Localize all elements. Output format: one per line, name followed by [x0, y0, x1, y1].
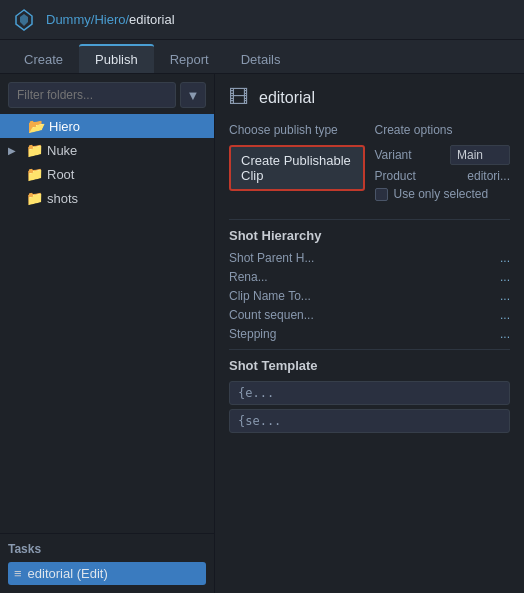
shot-parent-row: Shot Parent H... ... [229, 251, 510, 265]
use-only-selected-checkbox[interactable] [375, 188, 388, 201]
create-options-section: Create options Variant Main Product edit… [375, 123, 511, 211]
task-label: editorial (Edit) [28, 566, 108, 581]
template-item-1: {se... [229, 409, 510, 433]
use-only-selected-row: Use only selected [375, 187, 511, 201]
folder-tree: 📂 Hiero ▶ 📁 Nuke 📁 Root 📁 shots [0, 112, 214, 533]
header: Dummy/Hiero/editorial [0, 0, 524, 40]
shot-parent-label: Shot Parent H... [229, 251, 314, 265]
create-options-label: Create options [375, 123, 511, 137]
count-sequence-label: Count sequen... [229, 308, 314, 322]
folder-icon-nuke: 📁 [26, 142, 43, 158]
stepping-value: ... [500, 327, 510, 341]
panel-title: editorial [259, 89, 315, 107]
tree-expand-nuke: ▶ [8, 145, 22, 156]
tree-label-hiero: Hiero [49, 119, 80, 134]
tab-bar: Create Publish Report Details [0, 40, 524, 74]
filter-bar: ▼ [0, 74, 214, 112]
product-label: Product [375, 169, 416, 183]
count-sequence-row: Count sequen... ... [229, 308, 510, 322]
publish-type-section: Choose publish type Create Publishable C… [229, 123, 365, 203]
tree-item-root[interactable]: 📁 Root [0, 162, 214, 186]
tree-label-root: Root [47, 167, 74, 182]
app-logo [12, 8, 36, 32]
folder-icon-shots: 📁 [26, 190, 43, 206]
rena-value: ... [500, 270, 510, 284]
tab-report[interactable]: Report [154, 46, 225, 73]
tree-label-shots: shots [47, 191, 78, 206]
panel-header: 🎞 editorial [229, 86, 510, 109]
shot-template-title: Shot Template [229, 358, 510, 373]
task-item-editorial[interactable]: ≡ editorial (Edit) [8, 562, 206, 585]
stepping-label: Stepping [229, 327, 276, 341]
tasks-title: Tasks [8, 542, 206, 556]
folder-icon-hiero: 📂 [28, 118, 45, 134]
filter-dropdown-button[interactable]: ▼ [180, 82, 206, 108]
right-panel: 🎞 editorial Choose publish type Create P… [215, 74, 524, 593]
clip-name-row: Clip Name To... ... [229, 289, 510, 303]
divider-2 [229, 349, 510, 350]
sidebar: ▼ 📂 Hiero ▶ 📁 Nuke 📁 Root � [0, 74, 215, 593]
tree-label-nuke: Nuke [47, 143, 77, 158]
shot-template-section: Shot Template {e... {se... [229, 358, 510, 433]
rena-row: Rena... ... [229, 270, 510, 284]
svg-marker-1 [20, 14, 28, 26]
template-item-0: {e... [229, 381, 510, 405]
task-icon: ≡ [14, 566, 22, 581]
tab-publish[interactable]: Publish [79, 44, 154, 73]
main-content: ▼ 📂 Hiero ▶ 📁 Nuke 📁 Root � [0, 74, 524, 593]
variant-row: Variant Main [375, 145, 511, 165]
stepping-row: Stepping ... [229, 327, 510, 341]
product-row: Product editori... [375, 169, 511, 183]
shot-hierarchy-title: Shot Hierarchy [229, 228, 510, 243]
create-publishable-clip-button[interactable]: Create Publishable Clip [229, 145, 365, 191]
choose-publish-type-label: Choose publish type [229, 123, 365, 137]
divider-1 [229, 219, 510, 220]
folder-icon-root: 📁 [26, 166, 43, 182]
clip-name-value: ... [500, 289, 510, 303]
variant-label: Variant [375, 148, 412, 162]
use-only-selected-label: Use only selected [394, 187, 489, 201]
film-icon: 🎞 [229, 86, 249, 109]
filter-input[interactable] [8, 82, 176, 108]
tree-item-nuke[interactable]: ▶ 📁 Nuke [0, 138, 214, 162]
variant-value[interactable]: Main [450, 145, 510, 165]
product-value: editori... [467, 169, 510, 183]
count-sequence-value: ... [500, 308, 510, 322]
tasks-section: Tasks ≡ editorial (Edit) [0, 533, 214, 593]
shot-parent-value: ... [500, 251, 510, 265]
tree-item-hiero[interactable]: 📂 Hiero [0, 114, 214, 138]
tree-item-shots[interactable]: 📁 shots [0, 186, 214, 210]
clip-name-label: Clip Name To... [229, 289, 311, 303]
tab-create[interactable]: Create [8, 46, 79, 73]
header-title: Dummy/Hiero/editorial [46, 12, 175, 27]
tab-details[interactable]: Details [225, 46, 297, 73]
rena-label: Rena... [229, 270, 268, 284]
